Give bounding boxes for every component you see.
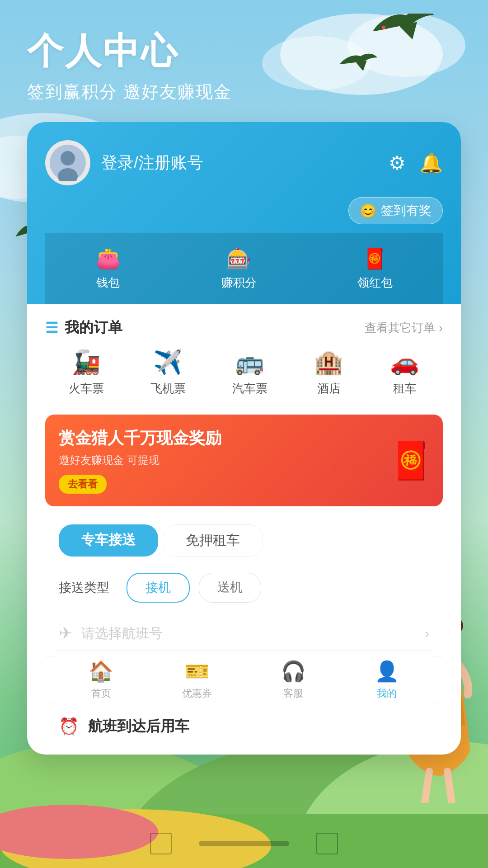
profile-left: 登录/注册账号 (45, 140, 203, 185)
birds-decoration (334, 14, 461, 106)
nav-profile[interactable]: 👤 我的 (375, 660, 399, 700)
settings-icon[interactable]: ⚙ (389, 152, 406, 174)
bottom-navigation: 🏠 首页 🎫 优惠券 🎧 客服 👤 我的 (54, 650, 434, 709)
nav-coupon[interactable]: 🎫 优惠券 (182, 660, 212, 700)
coupon-icon: 🎫 (185, 660, 210, 683)
flight-icon: ✈️ (153, 349, 183, 376)
pickup-button[interactable]: 接机 (127, 573, 190, 603)
notification-icon[interactable]: 🔔 (419, 152, 443, 174)
train-icon: 🚂 (71, 349, 101, 376)
hotel-icon: 🏨 (314, 349, 343, 376)
redpack-action[interactable]: 🧧 领红包 (357, 247, 393, 291)
wallet-action[interactable]: 👛 钱包 (96, 247, 121, 291)
service-section: 专车接送 免押租车 接送类型 接机 送机 ✈ 请选择航班号 › 您要去哪儿？ ›… (45, 515, 443, 750)
phone-bottom-bar (150, 833, 338, 854)
banner-title: 赏金猎人千万现金奖励 (59, 427, 429, 449)
home-icon: 🏠 (89, 660, 113, 683)
orders-more-link[interactable]: 查看其它订单 › (365, 320, 443, 336)
checkin-button[interactable]: 😊 签到有奖 (348, 197, 443, 224)
page-title: 个人中心 (27, 27, 232, 76)
banner-subtitle: 邀好友赚现金 可提现 (59, 453, 429, 467)
tab-car[interactable]: 🚗 租车 (390, 349, 419, 396)
nav-home[interactable]: 🏠 首页 (89, 660, 113, 700)
service-icon: 🎧 (281, 660, 306, 683)
svg-point-16 (61, 151, 75, 165)
transfer-type-label: 接送类型 (59, 579, 127, 596)
arrival-service-text: 航班到达后用车 (88, 717, 189, 736)
redpack-label: 领红包 (357, 275, 393, 291)
flight-label: 飞机票 (150, 381, 186, 396)
checkin-label: 签到有奖 (381, 202, 432, 219)
arrival-icon: ⏰ (59, 717, 79, 736)
orders-section: ☰ 我的订单 查看其它订单 › 🚂 火车票 ✈️ 飞机票 🚌 汽车票 🏨 (27, 304, 461, 406)
service-nav-label: 客服 (283, 687, 303, 700)
header-area: 个人中心 签到赢积分 邀好友赚现金 (27, 27, 232, 104)
order-tabs: 🚂 火车票 ✈️ 飞机票 🚌 汽车票 🏨 酒店 🚗 租车 (45, 349, 443, 396)
hotel-label: 酒店 (317, 381, 341, 396)
bus-label: 汽车票 (232, 381, 267, 396)
profile-nav-icon: 👤 (375, 660, 399, 683)
car-icon: 🚗 (390, 349, 419, 376)
wallet-label: 钱包 (96, 275, 120, 291)
profile-icons: ⚙ 🔔 (389, 152, 443, 174)
dropoff-button[interactable]: 送机 (199, 573, 261, 603)
redpack-icon: 🧧 (362, 247, 387, 270)
coupon-nav-label: 优惠券 (182, 687, 212, 700)
profile-section: 登录/注册账号 ⚙ 🔔 😊 签到有奖 👛 钱包 🎰 赚积分 (27, 122, 461, 304)
nav-service[interactable]: 🎧 客服 (281, 660, 306, 700)
quick-actions-bar: 👛 钱包 🎰 赚积分 🧧 领红包 (45, 233, 443, 304)
orders-icon: ☰ (45, 319, 58, 336)
login-text[interactable]: 登录/注册账号 (101, 152, 203, 174)
orders-title-text: 我的订单 (65, 318, 122, 338)
profile-nav-label: 我的 (377, 687, 397, 700)
bus-icon: 🚌 (235, 349, 264, 376)
points-icon: 🎰 (226, 247, 251, 270)
train-label: 火车票 (69, 381, 104, 396)
orders-title: ☰ 我的订单 (45, 318, 122, 338)
tab-flight[interactable]: ✈️ 飞机票 (150, 349, 186, 396)
orders-more-text: 查看其它订单 (365, 320, 435, 336)
flight-arrow-icon: › (425, 626, 429, 641)
wallet-icon: 👛 (96, 247, 121, 270)
points-label: 赚积分 (221, 275, 257, 291)
flight-input-icon: ✈ (59, 624, 72, 643)
phone-back-btn[interactable] (150, 833, 172, 854)
car-label: 租车 (393, 381, 417, 396)
flight-placeholder: 请选择航班号 (81, 624, 416, 643)
phone-recents-btn[interactable] (316, 833, 338, 854)
tab-bus[interactable]: 🚌 汽车票 (232, 349, 267, 396)
phone-home-indicator[interactable] (199, 841, 289, 846)
promo-banner[interactable]: 赏金猎人千万现金奖励 邀好友赚现金 可提现 去看看 🧧 (45, 415, 443, 506)
main-card: 登录/注册账号 ⚙ 🔔 😊 签到有奖 👛 钱包 🎰 赚积分 (27, 122, 461, 755)
page-subtitle: 签到赢积分 邀好友赚现金 (27, 80, 232, 104)
points-action[interactable]: 🎰 赚积分 (221, 247, 257, 291)
tab-transfer[interactable]: 专车接送 (59, 524, 158, 557)
tab-rental[interactable]: 免押租车 (163, 524, 263, 557)
arrival-service-row[interactable]: ⏰ 航班到达后用车 (45, 703, 443, 750)
transfer-type-row: 接送类型 接机 送机 (45, 566, 443, 610)
orders-header: ☰ 我的订单 查看其它订单 › (45, 318, 443, 338)
home-nav-label: 首页 (91, 687, 111, 700)
service-toggle: 专车接送 免押租车 (45, 515, 443, 566)
avatar[interactable] (45, 140, 90, 185)
profile-top: 登录/注册账号 ⚙ 🔔 (45, 140, 443, 185)
banner-button[interactable]: 去看看 (59, 475, 107, 494)
chevron-right-icon: › (439, 321, 443, 335)
banner-decoration: 🧧 (389, 439, 434, 482)
tab-train[interactable]: 🚂 火车票 (69, 349, 104, 396)
transfer-type-buttons: 接机 送机 (127, 573, 261, 603)
tab-hotel[interactable]: 🏨 酒店 (314, 349, 343, 396)
